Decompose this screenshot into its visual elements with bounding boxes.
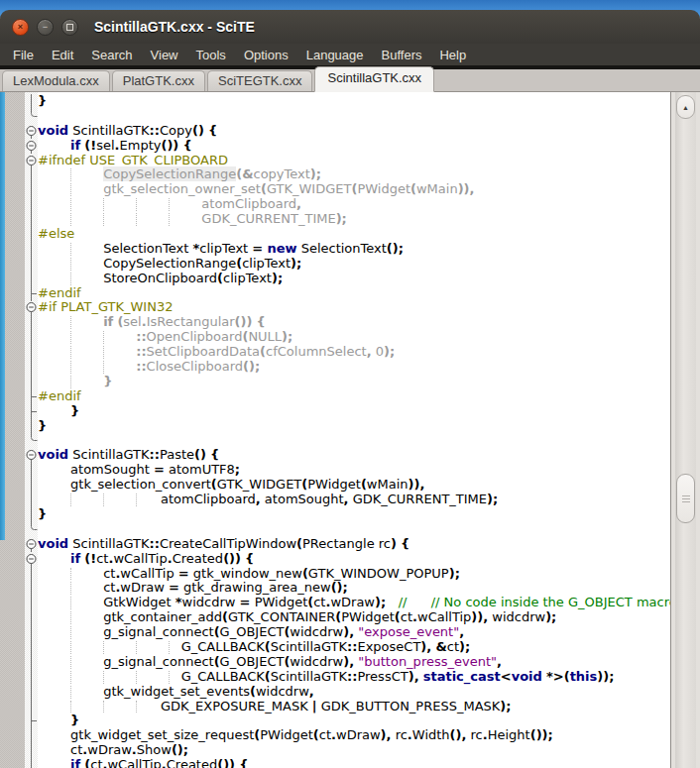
code-line[interactable]: GDK_CURRENT_TIME); (0, 212, 670, 227)
fold-marker[interactable] (25, 182, 38, 197)
maximize-button[interactable] (61, 19, 78, 36)
menu-item-language[interactable]: Language (297, 46, 373, 64)
scrollbar-thumb[interactable] (676, 474, 695, 523)
fold-marker[interactable] (25, 360, 38, 375)
fold-marker[interactable] (25, 581, 38, 596)
minimize-button[interactable]: − (37, 19, 54, 36)
code-area[interactable]: }void ScintillaGTK::Copy() { if (!sel.Em… (0, 94, 670, 768)
fold-marker[interactable] (25, 419, 38, 434)
code-line[interactable]: ::OpenClipboard(NULL); (0, 330, 670, 345)
fold-marker[interactable] (25, 713, 38, 728)
fold-marker[interactable] (25, 139, 38, 154)
code-line[interactable]: ::SetClipboardData(cfColumnSelect, 0); (0, 345, 670, 360)
code-line[interactable]: #else (0, 227, 670, 242)
fold-marker[interactable] (25, 375, 38, 389)
fold-marker[interactable] (25, 448, 38, 463)
code-line[interactable]: SelectionText *clipText = new SelectionT… (0, 242, 670, 257)
fold-marker[interactable] (25, 493, 38, 507)
code-line[interactable] (0, 109, 670, 124)
fold-marker[interactable] (25, 257, 38, 272)
code-line[interactable]: } (0, 404, 670, 419)
fold-marker[interactable] (25, 743, 38, 758)
code-line[interactable]: ::CloseClipboard(); (0, 360, 670, 375)
code-line[interactable]: } (0, 419, 670, 434)
scroll-up-button[interactable]: ▲ (676, 95, 695, 119)
code-line[interactable]: G_CALLBACK(ScintillaGTK::ExposeCT), &ct)… (0, 640, 670, 655)
fold-marker[interactable] (25, 433, 38, 448)
fold-marker[interactable] (25, 154, 38, 168)
code-line[interactable]: #if PLAT_GTK_WIN32 (0, 300, 670, 315)
fold-marker[interactable] (25, 700, 38, 714)
code-line[interactable]: atomClipboard, atomSought, GDK_CURRENT_T… (0, 493, 670, 507)
code-line[interactable]: G_CALLBACK(ScintillaGTK::PressCT), stati… (0, 670, 670, 685)
code-line[interactable]: g_signal_connect(G_OBJECT(widcdrw), "exp… (0, 625, 670, 640)
code-line[interactable]: gtk_selection_owner_set(GTK_WIDGET(PWidg… (0, 182, 670, 197)
fold-marker[interactable] (25, 728, 38, 743)
code-line[interactable]: gtk_container_add(GTK_CONTAINER(PWidget(… (0, 610, 670, 625)
fold-marker[interactable] (25, 197, 38, 212)
vertical-scrollbar[interactable]: ▲ (670, 92, 700, 768)
code-line[interactable]: } (0, 94, 670, 109)
fold-marker[interactable] (25, 596, 38, 610)
code-line[interactable]: if (sel.IsRectangular()) { (0, 315, 670, 330)
code-line[interactable] (0, 433, 670, 448)
menu-item-buffers[interactable]: Buffers (373, 46, 431, 64)
menu-item-options[interactable]: Options (235, 46, 297, 64)
code-line[interactable]: void ScintillaGTK::CreateCallTipWindow(P… (0, 537, 670, 552)
code-line[interactable]: atomClipboard, (0, 197, 670, 212)
fold-marker[interactable] (25, 330, 38, 345)
code-line[interactable]: #ifndef USE_GTK_CLIPBOARD (0, 154, 670, 168)
menu-item-tools[interactable]: Tools (187, 46, 235, 64)
fold-marker[interactable] (25, 522, 38, 537)
code-line[interactable]: if (!sel.Empty()) { (0, 139, 670, 154)
menu-item-view[interactable]: View (142, 46, 187, 64)
code-line[interactable]: #endif (0, 286, 670, 301)
fold-marker[interactable] (25, 124, 38, 139)
fold-marker[interactable] (25, 404, 38, 419)
code-line[interactable]: CopySelectionRange(&copyText); (0, 167, 670, 182)
code-line[interactable]: } (0, 507, 670, 522)
fold-marker[interactable] (25, 227, 38, 242)
fold-marker[interactable] (25, 463, 38, 478)
code-line[interactable]: gtk_widget_set_events(widcdrw, (0, 685, 670, 700)
code-line[interactable]: gtk_widget_set_size_request(PWidget(ct.w… (0, 728, 670, 743)
code-line[interactable]: GtkWidget *widcdrw = PWidget(ct.wDraw); … (0, 596, 670, 610)
fold-marker[interactable] (25, 315, 38, 330)
fold-marker[interactable] (25, 610, 38, 625)
code-line[interactable]: gtk_selection_convert(GTK_WIDGET(PWidget… (0, 478, 670, 493)
code-line[interactable]: atomSought = atomUTF8; (0, 463, 670, 478)
fold-marker[interactable] (25, 345, 38, 360)
fold-marker[interactable] (25, 212, 38, 227)
fold-marker[interactable] (25, 640, 38, 655)
fold-marker[interactable] (25, 507, 38, 522)
close-button[interactable]: × (12, 19, 29, 36)
fold-marker[interactable] (25, 655, 38, 670)
fold-marker[interactable] (25, 758, 38, 768)
code-line[interactable]: ct.wDraw = gtk_drawing_area_new(); (0, 581, 670, 596)
code-line[interactable]: CopySelectionRange(clipText); (0, 257, 670, 272)
fold-marker[interactable] (25, 272, 38, 286)
code-line[interactable]: g_signal_connect(G_OBJECT(widcdrw), "but… (0, 655, 670, 670)
fold-marker[interactable] (25, 167, 38, 182)
menu-item-edit[interactable]: Edit (43, 46, 82, 64)
fold-marker[interactable] (25, 567, 38, 582)
tab-scitegtk-cxx[interactable]: SciTEGTK.cxx (207, 70, 313, 91)
scrollbar-trough[interactable] (675, 92, 696, 768)
code-line[interactable]: GDK_EXPOSURE_MASK | GDK_BUTTON_PRESS_MAS… (0, 700, 670, 714)
fold-marker[interactable] (25, 537, 38, 552)
fold-marker[interactable] (25, 286, 38, 301)
code-line[interactable]: ct.wCallTip = gtk_window_new(GTK_WINDOW_… (0, 567, 670, 582)
code-line[interactable]: void ScintillaGTK::Paste() { (0, 448, 670, 463)
code-editor[interactable]: }void ScintillaGTK::Copy() { if (!sel.Em… (0, 92, 670, 768)
fold-marker[interactable] (25, 478, 38, 493)
fold-marker[interactable] (25, 242, 38, 257)
tab-scintillagtk-cxx[interactable]: ScintillaGTK.cxx (314, 66, 434, 92)
menu-item-help[interactable]: Help (430, 46, 475, 64)
code-line[interactable]: #endif (0, 389, 670, 404)
menu-item-file[interactable]: File (4, 46, 43, 64)
fold-marker[interactable] (25, 389, 38, 404)
code-line[interactable] (0, 522, 670, 537)
code-line[interactable]: } (0, 375, 670, 389)
fold-marker[interactable] (25, 670, 38, 685)
code-line[interactable]: if (ct.wCallTip.Created()) { (0, 758, 670, 768)
